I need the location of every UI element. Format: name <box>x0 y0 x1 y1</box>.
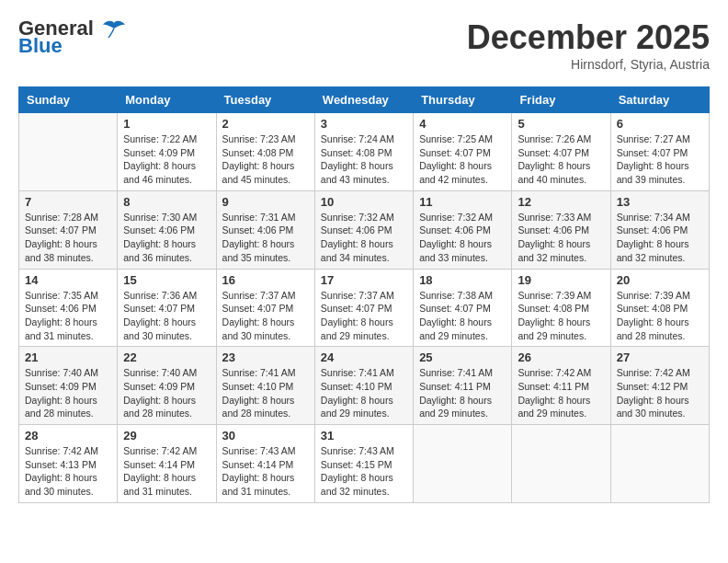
calendar-header-row: SundayMondayTuesdayWednesdayThursdayFrid… <box>19 87 710 113</box>
calendar-week-row: 21Sunrise: 7:40 AM Sunset: 4:09 PM Dayli… <box>19 347 710 425</box>
logo-bird-icon <box>101 19 127 40</box>
day-info: Sunrise: 7:28 AM Sunset: 4:07 PM Dayligh… <box>25 211 111 265</box>
weekday-header-thursday: Thursday <box>414 87 512 113</box>
title-block: December 2025 Hirnsdorf, Styria, Austria <box>467 18 710 72</box>
day-info: Sunrise: 7:27 AM Sunset: 4:07 PM Dayligh… <box>617 132 703 187</box>
day-info: Sunrise: 7:35 AM Sunset: 4:06 PM Dayligh… <box>25 289 111 343</box>
logo: General Blue <box>18 18 127 56</box>
day-number: 8 <box>123 195 210 209</box>
day-number: 5 <box>518 117 604 131</box>
calendar-cell: 2Sunrise: 7:23 AM Sunset: 4:08 PM Daylig… <box>216 113 314 191</box>
calendar-cell: 21Sunrise: 7:40 AM Sunset: 4:09 PM Dayli… <box>19 347 118 425</box>
calendar-cell: 4Sunrise: 7:25 AM Sunset: 4:07 PM Daylig… <box>414 113 512 191</box>
day-number: 6 <box>617 117 703 131</box>
day-number: 26 <box>518 350 604 364</box>
day-number: 4 <box>419 117 506 131</box>
weekday-header-sunday: Sunday <box>19 87 118 113</box>
day-info: Sunrise: 7:24 AM Sunset: 4:08 PM Dayligh… <box>321 132 407 187</box>
calendar-cell: 12Sunrise: 7:33 AM Sunset: 4:06 PM Dayli… <box>512 190 610 269</box>
calendar-cell: 28Sunrise: 7:42 AM Sunset: 4:13 PM Dayli… <box>19 425 118 503</box>
day-info: Sunrise: 7:41 AM Sunset: 4:10 PM Dayligh… <box>222 366 309 420</box>
calendar: SundayMondayTuesdayWednesdayThursdayFrid… <box>18 86 710 503</box>
day-number: 14 <box>25 273 111 287</box>
day-info: Sunrise: 7:42 AM Sunset: 4:14 PM Dayligh… <box>123 444 210 499</box>
day-number: 10 <box>321 195 407 209</box>
calendar-cell: 3Sunrise: 7:24 AM Sunset: 4:08 PM Daylig… <box>314 113 413 191</box>
calendar-cell: 10Sunrise: 7:32 AM Sunset: 4:06 PM Dayli… <box>314 190 413 269</box>
calendar-cell: 6Sunrise: 7:27 AM Sunset: 4:07 PM Daylig… <box>610 113 709 191</box>
calendar-cell: 8Sunrise: 7:30 AM Sunset: 4:06 PM Daylig… <box>118 190 216 269</box>
day-number: 17 <box>321 273 407 287</box>
page-header: General Blue December 2025 Hirnsdorf, St… <box>18 18 710 72</box>
day-info: Sunrise: 7:30 AM Sunset: 4:06 PM Dayligh… <box>123 211 210 265</box>
day-number: 16 <box>222 273 309 287</box>
day-info: Sunrise: 7:40 AM Sunset: 4:09 PM Dayligh… <box>123 366 210 420</box>
calendar-cell: 13Sunrise: 7:34 AM Sunset: 4:06 PM Dayli… <box>610 190 709 269</box>
day-info: Sunrise: 7:41 AM Sunset: 4:10 PM Dayligh… <box>321 366 407 420</box>
day-number: 20 <box>617 273 703 287</box>
calendar-cell: 1Sunrise: 7:22 AM Sunset: 4:09 PM Daylig… <box>118 113 216 191</box>
day-info: Sunrise: 7:43 AM Sunset: 4:14 PM Dayligh… <box>222 444 309 499</box>
calendar-cell <box>414 425 512 503</box>
day-info: Sunrise: 7:39 AM Sunset: 4:08 PM Dayligh… <box>518 289 604 343</box>
day-number: 15 <box>123 273 210 287</box>
day-info: Sunrise: 7:23 AM Sunset: 4:08 PM Dayligh… <box>222 132 309 187</box>
day-info: Sunrise: 7:36 AM Sunset: 4:07 PM Dayligh… <box>123 289 210 343</box>
day-info: Sunrise: 7:39 AM Sunset: 4:08 PM Dayligh… <box>617 289 703 343</box>
day-info: Sunrise: 7:26 AM Sunset: 4:07 PM Dayligh… <box>518 132 604 187</box>
calendar-week-row: 14Sunrise: 7:35 AM Sunset: 4:06 PM Dayli… <box>19 269 710 347</box>
day-number: 24 <box>321 350 407 364</box>
calendar-cell: 20Sunrise: 7:39 AM Sunset: 4:08 PM Dayli… <box>610 269 709 347</box>
calendar-cell: 18Sunrise: 7:38 AM Sunset: 4:07 PM Dayli… <box>414 269 512 347</box>
day-info: Sunrise: 7:43 AM Sunset: 4:15 PM Dayligh… <box>321 444 407 499</box>
calendar-cell: 31Sunrise: 7:43 AM Sunset: 4:15 PM Dayli… <box>314 425 413 503</box>
calendar-cell: 26Sunrise: 7:42 AM Sunset: 4:11 PM Dayli… <box>512 347 610 425</box>
day-number: 25 <box>419 350 506 364</box>
day-number: 28 <box>25 429 111 442</box>
calendar-cell: 7Sunrise: 7:28 AM Sunset: 4:07 PM Daylig… <box>19 190 118 269</box>
calendar-week-row: 28Sunrise: 7:42 AM Sunset: 4:13 PM Dayli… <box>19 425 710 503</box>
day-number: 31 <box>321 429 407 442</box>
calendar-cell: 9Sunrise: 7:31 AM Sunset: 4:06 PM Daylig… <box>216 190 314 269</box>
calendar-cell: 23Sunrise: 7:41 AM Sunset: 4:10 PM Dayli… <box>216 347 314 425</box>
day-number: 23 <box>222 350 309 364</box>
day-info: Sunrise: 7:38 AM Sunset: 4:07 PM Dayligh… <box>419 289 506 343</box>
day-info: Sunrise: 7:31 AM Sunset: 4:06 PM Dayligh… <box>222 211 309 265</box>
weekday-header-tuesday: Tuesday <box>216 87 314 113</box>
day-number: 30 <box>222 429 309 442</box>
day-info: Sunrise: 7:32 AM Sunset: 4:06 PM Dayligh… <box>321 211 407 265</box>
day-number: 21 <box>25 350 111 364</box>
location: Hirnsdorf, Styria, Austria <box>467 57 710 72</box>
calendar-week-row: 7Sunrise: 7:28 AM Sunset: 4:07 PM Daylig… <box>19 190 710 269</box>
calendar-cell: 22Sunrise: 7:40 AM Sunset: 4:09 PM Dayli… <box>118 347 216 425</box>
day-number: 7 <box>25 195 111 209</box>
day-info: Sunrise: 7:37 AM Sunset: 4:07 PM Dayligh… <box>321 289 407 343</box>
day-number: 3 <box>321 117 407 131</box>
day-info: Sunrise: 7:40 AM Sunset: 4:09 PM Dayligh… <box>25 366 111 420</box>
weekday-header-monday: Monday <box>118 87 216 113</box>
day-number: 1 <box>123 117 210 131</box>
calendar-cell: 19Sunrise: 7:39 AM Sunset: 4:08 PM Dayli… <box>512 269 610 347</box>
day-number: 22 <box>123 350 210 364</box>
day-number: 19 <box>518 273 604 287</box>
day-info: Sunrise: 7:41 AM Sunset: 4:11 PM Dayligh… <box>419 366 506 420</box>
calendar-week-row: 1Sunrise: 7:22 AM Sunset: 4:09 PM Daylig… <box>19 113 710 191</box>
weekday-header-friday: Friday <box>512 87 610 113</box>
day-number: 2 <box>222 117 309 131</box>
day-info: Sunrise: 7:22 AM Sunset: 4:09 PM Dayligh… <box>123 132 210 187</box>
calendar-cell: 17Sunrise: 7:37 AM Sunset: 4:07 PM Dayli… <box>314 269 413 347</box>
calendar-cell: 5Sunrise: 7:26 AM Sunset: 4:07 PM Daylig… <box>512 113 610 191</box>
day-info: Sunrise: 7:32 AM Sunset: 4:06 PM Dayligh… <box>419 211 506 265</box>
calendar-cell <box>610 425 709 503</box>
day-number: 18 <box>419 273 506 287</box>
calendar-cell <box>19 113 118 191</box>
logo-blue: Blue <box>18 36 63 56</box>
calendar-cell: 14Sunrise: 7:35 AM Sunset: 4:06 PM Dayli… <box>19 269 118 347</box>
calendar-cell: 30Sunrise: 7:43 AM Sunset: 4:14 PM Dayli… <box>216 425 314 503</box>
day-number: 11 <box>419 195 506 209</box>
calendar-cell: 16Sunrise: 7:37 AM Sunset: 4:07 PM Dayli… <box>216 269 314 347</box>
day-info: Sunrise: 7:25 AM Sunset: 4:07 PM Dayligh… <box>419 132 506 187</box>
calendar-cell: 29Sunrise: 7:42 AM Sunset: 4:14 PM Dayli… <box>118 425 216 503</box>
day-number: 13 <box>617 195 703 209</box>
day-number: 29 <box>123 429 210 442</box>
